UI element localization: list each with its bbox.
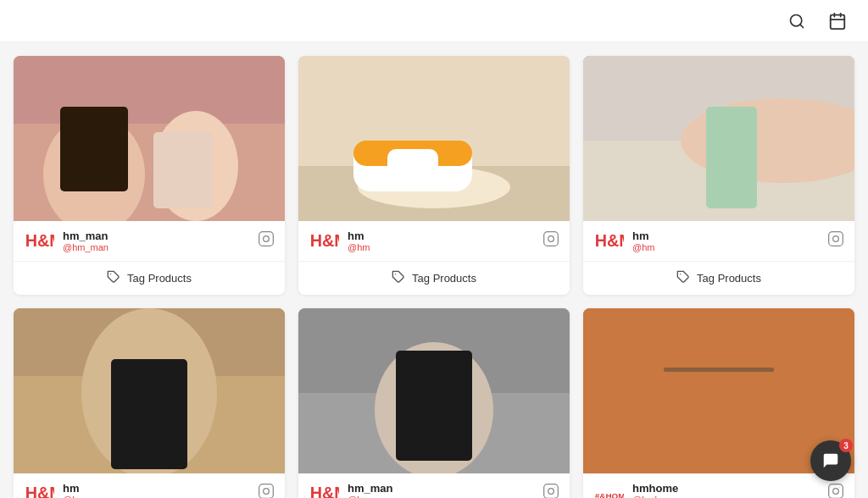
account-info-5: H&M hm_man @hm_man <box>309 482 393 498</box>
hm-logo-3: H&M <box>593 231 624 252</box>
post-image-2 <box>298 56 570 221</box>
account-info-3: H&M hm @hm <box>593 230 654 252</box>
post-image-4 <box>14 308 285 473</box>
svg-text:H&M: H&M <box>310 231 339 250</box>
card-info-4: H&M hm @hm <box>14 473 285 498</box>
hm-logo-1: H&M <box>24 231 54 252</box>
account-text-4: hm @hm <box>63 482 85 498</box>
tag-icon-2 <box>392 270 405 286</box>
hm-logo-5: H&M <box>309 484 339 499</box>
hm-logo-6: #&HOME <box>593 484 624 499</box>
svg-point-14 <box>264 236 270 242</box>
svg-point-36 <box>839 235 840 235</box>
svg-rect-63 <box>829 484 843 498</box>
account-text-5: hm_man @hm_man <box>348 482 393 498</box>
tag-icon-1 <box>107 270 120 286</box>
svg-rect-13 <box>259 232 274 246</box>
tag-products-button-1[interactable]: Tag Products <box>14 262 285 295</box>
svg-point-25 <box>548 236 554 242</box>
account-text-1: hm_man @hm_man <box>63 230 108 252</box>
hm-logo-2: H&M <box>309 231 339 252</box>
hm-logo-4: H&M <box>24 484 54 499</box>
post-card-2: H&M hm @hm Tag Products <box>298 56 570 295</box>
card-info-1: H&M hm_man @hm_man <box>14 221 285 262</box>
account-text-3: hm @hm <box>632 230 654 252</box>
svg-rect-22 <box>387 149 438 183</box>
post-card-3: H&M hm @hm Tag Products <box>583 56 854 295</box>
account-info-6: #&HOME hmhome @hmhome <box>593 482 678 498</box>
svg-rect-52 <box>544 484 559 498</box>
account-text-6: hmhome @hmhome <box>632 482 678 498</box>
card-info-5: H&M hm_man @hm_man <box>298 473 570 498</box>
svg-point-54 <box>554 487 555 488</box>
svg-rect-11 <box>153 132 213 208</box>
svg-text:H&M: H&M <box>25 231 54 250</box>
tag-icon-3 <box>676 270 690 286</box>
svg-text:H&M: H&M <box>310 484 339 498</box>
account-name-5: hm_man <box>348 482 393 495</box>
svg-text:#&HOME: #&HOME <box>595 491 624 498</box>
svg-point-26 <box>554 235 555 235</box>
tag-products-button-2[interactable]: Tag Products <box>298 262 570 295</box>
svg-rect-24 <box>544 232 559 246</box>
account-handle-6: @hmhome <box>632 495 678 498</box>
svg-rect-61 <box>664 368 774 372</box>
account-text-2: hm @hm <box>348 230 370 252</box>
instagram-icon-2 <box>542 230 559 252</box>
account-handle-5: @hm_man <box>348 495 393 498</box>
post-card-1: H&M hm_man @hm_man Tag Products <box>14 56 285 295</box>
post-card-4: H&M hm @hm Tag Products <box>14 308 285 498</box>
search-button[interactable] <box>783 8 810 35</box>
post-image-5 <box>298 308 570 473</box>
account-handle-2: @hm <box>348 242 370 252</box>
account-handle-1: @hm_man <box>63 242 108 252</box>
post-card-5: H&M hm_man @hm_man Tag Products <box>298 308 570 498</box>
tag-products-label-1: Tag Products <box>127 272 192 285</box>
svg-point-53 <box>548 489 554 495</box>
account-handle-4: @hm <box>63 495 85 498</box>
instagram-icon-1 <box>258 230 275 252</box>
svg-rect-32 <box>706 107 757 208</box>
tag-products-button-3[interactable]: Tag Products <box>583 262 854 295</box>
svg-point-35 <box>833 236 839 242</box>
instagram-icon-5 <box>542 483 559 498</box>
card-info-6: #&HOME hmhome @hmhome <box>583 473 854 498</box>
svg-rect-10 <box>60 107 128 191</box>
svg-text:H&M: H&M <box>595 231 624 250</box>
post-image-3 <box>583 56 854 221</box>
account-handle-3: @hm <box>632 242 654 252</box>
instagram-icon-3 <box>827 230 844 252</box>
calendar-button[interactable] <box>824 8 851 35</box>
svg-rect-43 <box>259 484 274 498</box>
instagram-icon-4 <box>258 483 275 498</box>
account-name-1: hm_man <box>63 230 108 242</box>
svg-point-65 <box>839 487 840 488</box>
svg-rect-2 <box>831 14 845 28</box>
svg-rect-41 <box>111 359 187 469</box>
account-info-2: H&M hm @hm <box>309 230 370 252</box>
svg-text:H&M: H&M <box>25 484 54 498</box>
chat-bubble[interactable]: 3 <box>810 440 851 481</box>
svg-point-44 <box>264 489 270 495</box>
card-info-2: H&M hm @hm <box>298 221 570 262</box>
posts-grid: H&M hm_man @hm_man Tag Products <box>0 42 868 498</box>
account-name-2: hm <box>348 230 370 242</box>
account-info-1: H&M hm_man @hm_man <box>24 230 108 252</box>
instagram-icon-6 <box>827 483 844 498</box>
account-info-4: H&M hm @hm <box>24 482 85 498</box>
tag-products-label-2: Tag Products <box>412 272 476 285</box>
account-name-6: hmhome <box>632 482 678 495</box>
svg-line-1 <box>800 24 804 27</box>
svg-point-15 <box>270 235 270 235</box>
svg-rect-50 <box>396 351 472 461</box>
tag-products-label-3: Tag Products <box>697 272 761 285</box>
account-name-3: hm <box>632 230 654 242</box>
post-image-1 <box>14 56 285 221</box>
svg-point-64 <box>833 489 839 495</box>
header <box>0 0 868 42</box>
account-name-4: hm <box>63 482 85 495</box>
chat-badge: 3 <box>839 439 853 452</box>
svg-point-45 <box>270 487 270 488</box>
svg-rect-34 <box>829 232 843 246</box>
card-info-3: H&M hm @hm <box>583 221 854 262</box>
